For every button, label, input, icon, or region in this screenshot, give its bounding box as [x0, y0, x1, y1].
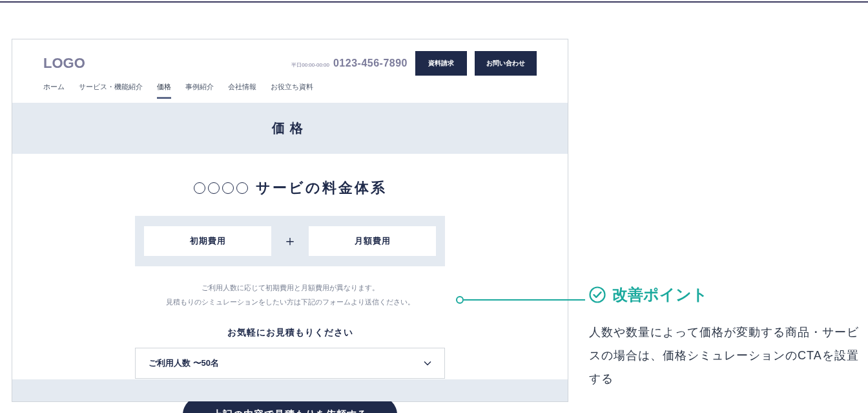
fee-structure-row: 初期費用 ＋ 月額費用 — [135, 216, 445, 266]
estimate-heading: お気軽にお見積もりください — [43, 327, 537, 339]
nav-home[interactable]: ホーム — [43, 82, 65, 99]
header-bar: LOGO 平日00:00-00:00 0123-456-7890 資料請求 お問… — [12, 39, 568, 82]
contact-button[interactable]: お問い合わせ — [475, 51, 537, 76]
nav-services[interactable]: サービス・機能紹介 — [79, 82, 143, 99]
section-title-text: サービの料金体系 — [256, 178, 387, 198]
circle-icon — [194, 182, 205, 194]
main-nav: ホーム サービス・機能紹介 価格 事例紹介 会社情報 お役立ち資料 — [12, 82, 568, 103]
initial-fee-box: 初期費用 — [144, 226, 271, 256]
pricing-description: ご利用人数に応じて初期費用と月額費用が異なります。 見積もりのシミュレーションを… — [43, 281, 537, 309]
header-right: 平日00:00-00:00 0123-456-7890 資料請求 お問い合わせ — [291, 51, 537, 76]
annotation-title-text: 改善ポイント — [612, 284, 708, 305]
annotation-title: 改善ポイント — [589, 284, 860, 305]
nav-company[interactable]: 会社情報 — [228, 82, 256, 99]
request-docs-button[interactable]: 資料請求 — [415, 51, 467, 76]
desc-line-1: ご利用人数に応じて初期費用と月額費用が異なります。 — [43, 281, 537, 295]
phone-number: 0123-456-7890 — [333, 58, 408, 69]
circle-icon — [208, 182, 220, 194]
content-area: サービの料金体系 初期費用 ＋ 月額費用 ご利用人数に応じて初期費用と月額費用が… — [12, 154, 568, 413]
plus-icon: ＋ — [283, 231, 297, 251]
annotation-body: 人数や数量によって価格が変動する商品・サービスの場合は、価格シミュレーションのC… — [589, 321, 860, 390]
annotation-pointer-line — [464, 299, 585, 301]
user-count-select[interactable]: ご利用人数 〜50名 — [135, 348, 445, 379]
wireframe-mockup: LOGO 平日00:00-00:00 0123-456-7890 資料請求 お問… — [12, 39, 568, 402]
phone-hours: 平日00:00-00:00 — [291, 61, 329, 69]
chevron-down-icon — [424, 359, 431, 367]
nav-pricing[interactable]: 価格 — [157, 82, 171, 99]
check-circle-icon — [589, 286, 606, 303]
phone-block: 平日00:00-00:00 0123-456-7890 — [291, 58, 408, 69]
nav-resources[interactable]: お役立ち資料 — [271, 82, 313, 99]
annotation-panel: 改善ポイント 人数や数量によって価格が変動する商品・サービスの場合は、価格シミュ… — [589, 284, 860, 390]
monthly-fee-box: 月額費用 — [309, 226, 436, 256]
bottom-band — [12, 379, 568, 401]
logo: LOGO — [43, 55, 85, 72]
svg-point-0 — [590, 288, 605, 302]
nav-cases[interactable]: 事例紹介 — [185, 82, 214, 99]
annotation-pointer-dot — [456, 296, 464, 304]
top-divider — [0, 1, 868, 3]
page-title: 価格 — [12, 103, 568, 154]
circle-icon — [236, 182, 248, 194]
section-title: サービの料金体系 — [43, 178, 537, 198]
select-label: ご利用人数 〜50名 — [149, 357, 219, 369]
placeholder-circles — [194, 182, 248, 194]
circle-icon — [222, 182, 234, 194]
